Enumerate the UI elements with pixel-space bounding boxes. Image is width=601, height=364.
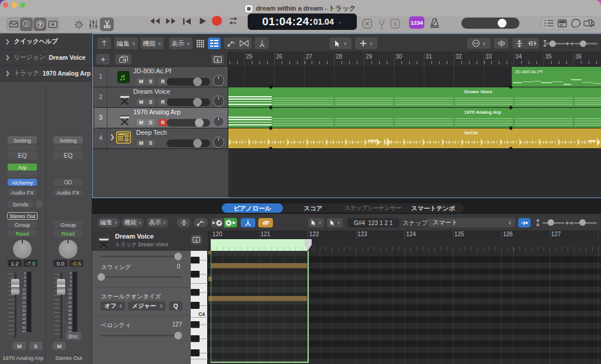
- svg-text:18: 18: [68, 296, 72, 300]
- svg-text:50: 50: [68, 326, 72, 329]
- svg-text:3: 3: [24, 275, 26, 279]
- svg-text:6: 6: [24, 280, 26, 283]
- svg-text:24: 24: [68, 305, 72, 308]
- svg-text:3: 3: [70, 275, 72, 279]
- svg-text:S: S: [393, 21, 397, 27]
- svg-text:21: 21: [22, 301, 26, 304]
- svg-text:0: 0: [24, 271, 26, 275]
- svg-text:0: 0: [70, 271, 72, 275]
- svg-text:30: 30: [68, 309, 72, 312]
- svg-text:12: 12: [22, 288, 26, 291]
- svg-text:35: 35: [22, 313, 26, 317]
- svg-text:40: 40: [68, 317, 72, 321]
- svg-text:21: 21: [68, 301, 72, 304]
- svg-text:35: 35: [68, 313, 72, 317]
- svg-text:C4: C4: [198, 311, 205, 317]
- svg-text:30: 30: [22, 309, 26, 312]
- svg-text:50: 50: [22, 326, 26, 329]
- svg-text:9: 9: [24, 284, 26, 287]
- svg-text:6: 6: [70, 280, 72, 283]
- svg-text:9: 9: [70, 284, 72, 287]
- svg-text:12: 12: [68, 288, 72, 291]
- svg-text:60: 60: [22, 330, 26, 332]
- svg-text:45: 45: [22, 321, 26, 325]
- svg-text:24: 24: [22, 305, 26, 308]
- svg-text:18: 18: [22, 296, 26, 300]
- svg-text:40: 40: [22, 317, 26, 321]
- svg-text:15: 15: [68, 292, 72, 295]
- svg-text:15: 15: [22, 292, 26, 295]
- svg-text:45: 45: [68, 321, 72, 325]
